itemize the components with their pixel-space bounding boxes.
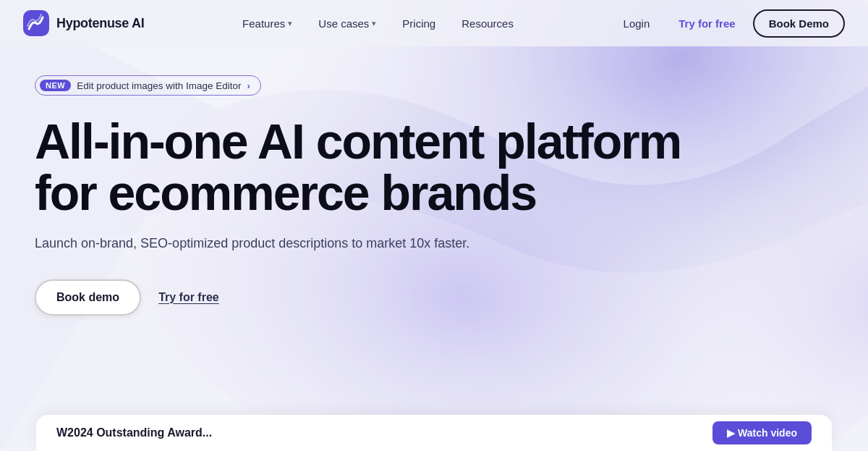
nav-resources[interactable]: Resources: [451, 12, 524, 35]
navbar: Hypotenuse AI Features ▾ Use cases ▾ Pri…: [0, 0, 868, 46]
nav-features[interactable]: Features ▾: [232, 12, 302, 35]
logo-text: Hypotenuse AI: [56, 16, 144, 31]
nav-center: Features ▾ Use cases ▾ Pricing Resources: [232, 12, 524, 35]
logo-icon: [23, 10, 49, 36]
hero-section: NEW Edit product images with Image Edito…: [0, 46, 868, 316]
use-cases-chevron-icon: ▾: [372, 19, 376, 28]
badge-new-label: NEW: [40, 80, 71, 91]
try-free-nav-button[interactable]: Try for free: [667, 12, 746, 35]
bottom-card: W2024 Outstanding Award... ▶ Watch video: [36, 415, 832, 451]
badge-arrow-icon: ›: [247, 80, 250, 91]
hero-title: All-in-one AI content platform for ecomm…: [35, 116, 715, 219]
announcement-badge[interactable]: NEW Edit product images with Image Edito…: [35, 75, 261, 96]
nav-pricing[interactable]: Pricing: [392, 12, 446, 35]
nav-right: Login Try for free Book Demo: [612, 9, 845, 38]
bottom-card-title: W2024 Outstanding Award...: [56, 426, 212, 439]
book-demo-nav-button[interactable]: Book Demo: [753, 9, 845, 38]
nav-use-cases[interactable]: Use cases ▾: [308, 12, 386, 35]
login-button[interactable]: Login: [612, 12, 662, 35]
try-free-hero-button[interactable]: Try for free: [158, 291, 219, 304]
hero-buttons: Book demo Try for free: [35, 279, 833, 316]
watch-video-button[interactable]: ▶ Watch video: [712, 421, 812, 444]
logo[interactable]: Hypotenuse AI: [23, 10, 144, 36]
badge-announcement-text: Edit product images with Image Editor: [77, 80, 241, 91]
hero-subtitle: Launch on-brand, SEO-optimized product d…: [35, 234, 541, 253]
book-demo-hero-button[interactable]: Book demo: [35, 279, 141, 316]
features-chevron-icon: ▾: [288, 19, 292, 28]
